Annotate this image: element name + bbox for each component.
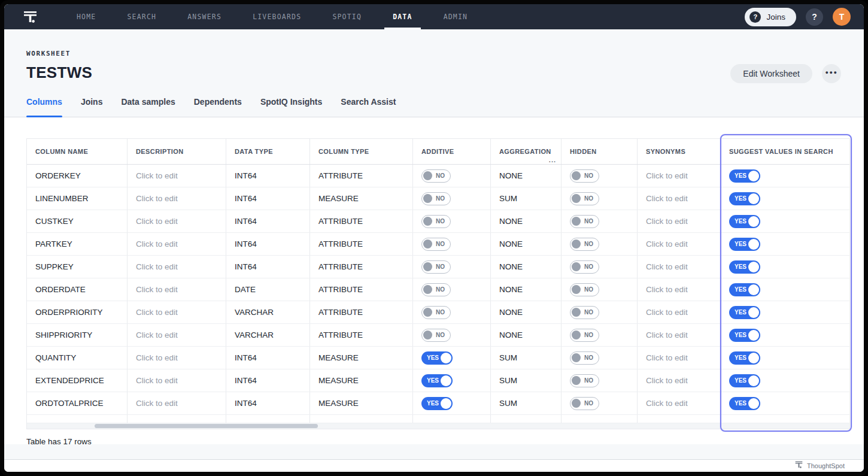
hidden-toggle[interactable]: NO — [570, 238, 599, 251]
synonyms-cell[interactable]: Click to edit — [637, 210, 720, 232]
additive-toggle[interactable]: YES — [421, 374, 453, 387]
suggest-values-toggle[interactable]: YES — [729, 192, 760, 205]
additive-toggle[interactable]: NO — [421, 215, 451, 228]
suggest-values-toggle[interactable]: YES — [729, 238, 760, 251]
aggregation-cell[interactable]: NONE — [490, 165, 561, 187]
aggregation-cell[interactable]: SUM — [490, 369, 561, 392]
description-cell[interactable]: Click to edit — [127, 165, 226, 187]
aggregation-cell[interactable]: NONE — [490, 210, 561, 232]
additive-toggle[interactable]: YES — [421, 351, 453, 365]
suggest-values-toggle[interactable]: YES — [729, 351, 760, 365]
hidden-toggle[interactable]: NO — [570, 192, 599, 205]
tab-joins[interactable]: Joins — [81, 95, 103, 117]
edit-worksheet-button[interactable]: Edit Worksheet — [730, 64, 812, 83]
synonyms-cell[interactable]: Click to edit — [637, 301, 720, 323]
help-icon[interactable]: ? — [806, 8, 823, 26]
scrollbar-thumb[interactable] — [95, 424, 318, 428]
more-options-button[interactable]: ●●● — [822, 64, 841, 83]
nav-item-spotiq[interactable]: SPOTIQ — [329, 4, 365, 29]
hidden-toggle[interactable]: NO — [570, 397, 599, 410]
hidden-toggle[interactable]: NO — [570, 283, 599, 296]
description-cell[interactable]: Click to edit — [127, 301, 226, 323]
footer-brand-label: ThoughtSpot — [807, 462, 845, 469]
aggregation-cell[interactable]: NONE — [490, 301, 561, 323]
nav-item-search[interactable]: SEARCH — [124, 4, 160, 29]
column-type-cell[interactable]: ATTRIBUTE — [309, 301, 412, 323]
suggest-values-toggle[interactable]: YES — [729, 283, 760, 296]
synonyms-cell[interactable]: Click to edit — [637, 324, 720, 346]
additive-toggle[interactable]: NO — [421, 192, 451, 205]
nav-item-home[interactable]: HOME — [73, 4, 100, 29]
description-cell[interactable]: Click to edit — [127, 187, 226, 210]
aggregation-cell[interactable]: SUM — [490, 187, 561, 210]
nav-item-data[interactable]: DATA — [389, 4, 416, 29]
description-cell[interactable]: Click to edit — [127, 324, 226, 346]
description-cell[interactable]: Click to edit — [127, 278, 226, 301]
suggest-values-toggle[interactable]: YES — [729, 306, 760, 319]
suggest-values-toggle[interactable]: YES — [729, 374, 760, 387]
hidden-toggle[interactable]: NO — [570, 351, 599, 365]
aggregation-cell[interactable]: NONE — [490, 256, 561, 278]
hidden-toggle[interactable]: NO — [570, 215, 599, 228]
tab-data-samples[interactable]: Data samples — [121, 95, 175, 117]
column-type-cell[interactable]: ATTRIBUTE — [309, 324, 412, 346]
column-type-cell[interactable]: ATTRIBUTE — [309, 278, 412, 301]
nav-item-admin[interactable]: ADMIN — [440, 4, 472, 29]
column-type-cell[interactable]: MEASURE — [309, 187, 412, 210]
synonyms-cell[interactable]: Click to edit — [637, 233, 720, 255]
additive-toggle[interactable]: NO — [421, 306, 451, 319]
tab-dependents[interactable]: Dependents — [194, 95, 242, 117]
joins-button[interactable]: ? Joins — [745, 8, 796, 26]
tab-spotiq-insights[interactable]: SpotIQ Insights — [260, 95, 322, 117]
additive-toggle[interactable]: NO — [421, 169, 451, 183]
suggest-values-toggle[interactable]: YES — [729, 169, 760, 183]
column-type-cell[interactable]: ATTRIBUTE — [309, 165, 412, 187]
suggest-values-toggle[interactable]: YES — [729, 215, 760, 228]
description-cell[interactable]: Click to edit — [127, 210, 226, 232]
hidden-toggle[interactable]: NO — [570, 329, 599, 342]
synonyms-cell[interactable]: Click to edit — [637, 347, 720, 369]
synonyms-cell[interactable]: Click to edit — [637, 187, 720, 210]
description-cell[interactable]: Click to edit — [127, 233, 226, 255]
column-type-cell[interactable]: MEASURE — [309, 392, 412, 414]
suggest-values-toggle[interactable]: YES — [729, 260, 760, 274]
description-cell[interactable]: Click to edit — [127, 347, 226, 369]
suggest-values-cell: YES — [720, 324, 848, 346]
synonyms-cell[interactable]: Click to edit — [637, 256, 720, 278]
tab-search-assist[interactable]: Search Assist — [341, 95, 396, 117]
aggregation-cell[interactable]: SUM — [490, 392, 561, 414]
aggregation-cell[interactable]: NONE — [490, 324, 561, 346]
column-type-cell[interactable]: MEASURE — [309, 369, 412, 392]
hidden-toggle[interactable]: NO — [570, 306, 599, 319]
additive-toggle[interactable]: NO — [421, 238, 451, 251]
description-cell[interactable]: Click to edit — [127, 392, 226, 414]
hidden-toggle[interactable]: NO — [570, 260, 599, 274]
suggest-values-toggle[interactable]: YES — [729, 397, 760, 410]
additive-toggle[interactable]: NO — [421, 329, 451, 342]
additive-toggle[interactable]: YES — [421, 397, 453, 410]
column-type-cell[interactable]: ATTRIBUTE — [309, 210, 412, 232]
aggregation-cell[interactable]: NONE — [490, 233, 561, 255]
synonyms-cell[interactable]: Click to edit — [637, 165, 720, 187]
tab-columns[interactable]: Columns — [26, 95, 62, 117]
user-avatar[interactable]: T — [833, 8, 851, 26]
thoughtspot-logo-icon[interactable] — [22, 9, 38, 25]
description-cell[interactable]: Click to edit — [127, 369, 226, 392]
synonyms-cell[interactable]: Click to edit — [637, 278, 720, 301]
additive-toggle[interactable]: NO — [421, 283, 451, 296]
column-type-cell[interactable]: ATTRIBUTE — [309, 233, 412, 255]
description-cell[interactable]: Click to edit — [127, 256, 226, 278]
column-type-cell[interactable]: MEASURE — [309, 347, 412, 369]
nav-item-liveboards[interactable]: LIVEBOARDS — [249, 4, 305, 29]
additive-toggle[interactable]: NO — [421, 260, 451, 274]
hidden-toggle[interactable]: NO — [570, 374, 599, 387]
nav-item-answers[interactable]: ANSWERS — [184, 4, 225, 29]
aggregation-cell[interactable]: SUM — [490, 347, 561, 369]
hidden-toggle[interactable]: NO — [570, 169, 599, 183]
synonyms-cell[interactable]: Click to edit — [637, 369, 720, 392]
header-overflow-icon[interactable]: ... — [549, 156, 556, 163]
column-type-cell[interactable]: ATTRIBUTE — [309, 256, 412, 278]
suggest-values-toggle[interactable]: YES — [729, 329, 760, 342]
aggregation-cell[interactable]: NONE — [490, 278, 561, 301]
synonyms-cell[interactable]: Click to edit — [637, 392, 720, 414]
